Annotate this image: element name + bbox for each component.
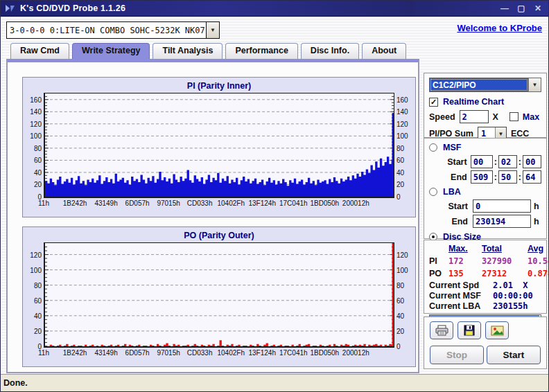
stats-row-po-label: PO — [429, 269, 448, 278]
close-icon[interactable]: ✕ — [533, 3, 543, 13]
chart-mode-select[interactable]: C1C2/PIPO ▼ — [429, 78, 541, 92]
colon-separator: : — [494, 157, 497, 167]
stats-header-max: Max. — [448, 244, 482, 255]
current-speed-label: Current Spd — [429, 280, 493, 290]
stop-button[interactable]: Stop — [430, 346, 484, 364]
realtime-chart-checkbox[interactable]: ✓ — [429, 98, 438, 107]
po-yaxis-right: 020406080100120 — [394, 242, 415, 348]
pi-chart-panel: PI (Parity Inner) 020406080100120140160 … — [22, 77, 416, 217]
capture-settings-box: C1C2/PIPO ▼ ✓ Realtime Chart Speed X . M… — [424, 73, 547, 138]
colon-separator: : — [494, 172, 497, 182]
msf-label: MSF — [443, 143, 461, 152]
msf-end-label: End — [440, 172, 467, 182]
current-lba-label: Current LBA — [429, 301, 493, 311]
lba-radio[interactable] — [429, 188, 437, 196]
snapshot-button[interactable] — [485, 321, 509, 339]
pi-max-value: 172 — [448, 255, 482, 267]
chart-mode-value: C1C2/PIPO — [430, 78, 528, 91]
realtime-chart-label: Realtime Chart — [443, 97, 504, 107]
title-bar: K's CD/DVD Probe 1.1.26 — ▢ ✕ — [1, 1, 548, 17]
po-avg-value: 0.878 — [528, 267, 549, 280]
save-icon — [464, 325, 475, 336]
app-icon — [5, 4, 15, 13]
current-msf-label: Current MSF — [429, 291, 493, 301]
stats-header-avg: Avg — [528, 244, 549, 255]
actions-box: Stop Start — [424, 317, 547, 369]
minimize-icon[interactable]: — — [500, 3, 509, 13]
chevron-down-icon[interactable]: ▼ — [528, 78, 541, 91]
pi-yaxis-right: 020406080100120140160 — [394, 93, 415, 198]
lba-end-label: End — [440, 217, 468, 226]
status-bar: Done. — [1, 374, 548, 391]
tab-page-write-strategy: PI (Parity Inner) 020406080100120140160 … — [6, 59, 419, 373]
start-button[interactable]: Start — [487, 346, 541, 364]
status-text: Done. — [3, 378, 28, 388]
current-speed-value: 2.01 X — [493, 280, 541, 290]
po-total-value: 27312 — [482, 267, 528, 280]
speed-unit: X — [493, 112, 498, 122]
save-button[interactable] — [458, 321, 481, 339]
po-max-value: 135 — [448, 267, 482, 280]
tab-write-strategy[interactable]: Write Strategy — [72, 43, 150, 59]
lba-start-input[interactable] — [473, 199, 531, 213]
tab-tilt-analysis[interactable]: Tilt Analysis — [152, 43, 223, 59]
po-chart-panel: PO (Parity Outer) 020406080100120 020406… — [22, 226, 416, 367]
pipo-sum-unit: ECC — [511, 129, 529, 139]
pi-total-value: 327990 — [482, 255, 528, 267]
print-icon — [435, 325, 448, 336]
lba-start-unit: h — [534, 202, 539, 211]
colon-separator: : — [518, 172, 521, 182]
tab-disc-info[interactable]: Disc Info. — [301, 43, 359, 59]
tab-about[interactable]: About — [362, 43, 406, 59]
chevron-down-icon[interactable]: ▼ — [206, 22, 219, 38]
max-speed-label: Max — [523, 112, 539, 122]
pi-xaxis-labels: 11h1B242h43149h6D057h97015hCD033h10402Fh… — [44, 198, 394, 211]
app-window: K's CD/DVD Probe 1.1.26 — ▢ ✕ 3-0-0-0 0:… — [0, 0, 549, 392]
window-title: K's CD/DVD Probe 1.1.26 — [20, 3, 500, 13]
po-yaxis-left: 020406080100120 — [23, 242, 44, 348]
msf-end-m-input[interactable] — [471, 170, 493, 184]
msf-end-s-input[interactable] — [498, 170, 517, 184]
pi-chart-title: PI (Parity Inner) — [23, 78, 415, 93]
pipo-sum-label: PI/PO Sum — [429, 129, 473, 139]
statistics-box: Max. Total Avg PI 172 327990 10.548 PO 1… — [424, 240, 547, 314]
print-button[interactable] — [430, 321, 453, 339]
snapshot-icon — [491, 326, 504, 336]
tab-performance[interactable]: Performance — [225, 43, 297, 59]
tab-bar: Raw Cmd Write Strategy Tilt Analysis Per… — [10, 43, 409, 59]
lba-end-input[interactable] — [473, 215, 531, 228]
speed-input[interactable] — [460, 110, 489, 123]
msf-start-s-input[interactable] — [498, 155, 517, 168]
msf-start-m-input[interactable] — [471, 155, 493, 168]
msf-start-label: Start — [440, 157, 467, 167]
pi-plot-area — [44, 93, 394, 198]
msf-radio[interactable] — [429, 143, 437, 152]
range-selection-box: MSF Start : : End : : LBA Start h — [424, 138, 547, 239]
colon-separator: : — [518, 157, 521, 167]
msf-start-f-input[interactable] — [523, 155, 541, 168]
speed-label: Speed — [429, 112, 455, 122]
lba-label: LBA — [443, 187, 461, 197]
device-select-value: 3-0-0-0 0:LITE-ON COMBO SOHC-5232K NK07 — [7, 22, 206, 38]
max-speed-checkbox[interactable]: . — [509, 112, 518, 121]
maximize-icon[interactable]: ▢ — [516, 3, 526, 13]
po-plot-area — [44, 242, 394, 348]
current-msf-value: 00:00:00 — [493, 291, 541, 301]
device-select[interactable]: 3-0-0-0 0:LITE-ON COMBO SOHC-5232K NK07 … — [6, 21, 220, 39]
msf-end-f-input[interactable] — [523, 170, 541, 184]
tab-raw-cmd[interactable]: Raw Cmd — [10, 43, 69, 59]
stats-row-pi-label: PI — [429, 256, 448, 266]
po-chart-title: PO (Parity Outer) — [23, 227, 415, 242]
lba-start-label: Start — [440, 202, 468, 211]
current-lba-value: 230155h — [493, 301, 541, 311]
pi-yaxis-left: 020406080100120140160 — [23, 93, 44, 198]
stats-header-total: Total — [482, 244, 528, 255]
po-xaxis-labels: 11h1B242h43149h6D057h97015hCD033h10402Fh… — [44, 348, 394, 360]
welcome-link[interactable]: Welcome to KProbe — [457, 23, 542, 33]
lba-end-unit: h — [534, 217, 539, 226]
pi-avg-value: 10.548 — [528, 255, 549, 267]
